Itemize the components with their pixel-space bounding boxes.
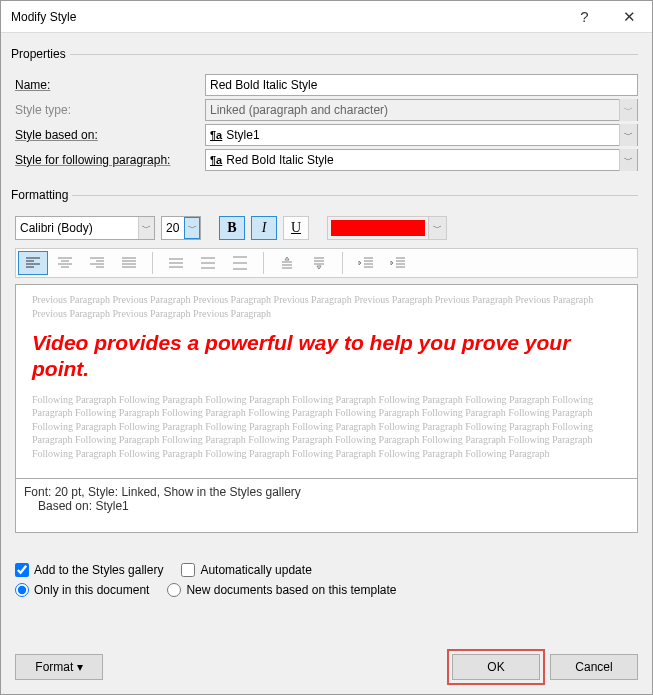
pilcrow-icon: ¶a [210, 154, 222, 166]
bold-button[interactable]: B [219, 216, 245, 240]
properties-legend: Properties [11, 47, 70, 61]
new-docs-label: New documents based on this template [186, 583, 396, 597]
following-combo[interactable]: ¶a Red Bold Italic Style ﹀ [205, 149, 638, 171]
options-area: Add to the Styles gallery Automatically … [15, 557, 638, 603]
style-type-combo: Linked (paragraph and character) ﹀ [205, 99, 638, 121]
based-on-value: Style1 [226, 128, 259, 142]
style-type-value: Linked (paragraph and character) [210, 103, 388, 117]
titlebar: Modify Style ? ✕ [1, 1, 652, 33]
indent-increase-button[interactable] [383, 251, 413, 275]
only-doc-radio[interactable]: Only in this document [15, 583, 149, 597]
align-right-button[interactable] [82, 251, 112, 275]
add-to-gallery-input[interactable] [15, 563, 29, 577]
spacing-2-button[interactable] [225, 251, 255, 275]
cancel-button[interactable]: Cancel [550, 654, 638, 680]
new-docs-radio[interactable]: New documents based on this template [167, 583, 396, 597]
name-label: Name: [15, 78, 205, 92]
font-combo[interactable]: Calibri (Body) ﹀ [15, 216, 155, 240]
chevron-down-icon[interactable]: ﹀ [619, 124, 637, 146]
italic-button[interactable]: I [251, 216, 277, 240]
formatting-group: Formatting Calibri (Body) ﹀ 20 ﹀ B I U ﹀ [15, 188, 638, 533]
pilcrow-icon: ¶a [210, 129, 222, 141]
font-color-picker[interactable]: ﹀ [327, 216, 447, 240]
chevron-down-icon[interactable]: ﹀ [428, 217, 446, 239]
following-value: Red Bold Italic Style [226, 153, 333, 167]
window-title: Modify Style [11, 10, 76, 24]
based-on-label: Style based on: [15, 128, 205, 142]
chevron-down-icon[interactable]: ﹀ [619, 149, 637, 171]
chevron-down-icon[interactable]: ﹀ [184, 217, 200, 239]
indent-decrease-button[interactable] [351, 251, 381, 275]
add-to-gallery-checkbox[interactable]: Add to the Styles gallery [15, 563, 163, 577]
close-button[interactable]: ✕ [607, 1, 652, 33]
size-combo[interactable]: 20 ﹀ [161, 216, 201, 240]
properties-group: Properties Name: Style type: Linked (par… [15, 47, 638, 174]
new-docs-input[interactable] [167, 583, 181, 597]
chevron-down-icon[interactable]: ﹀ [138, 217, 154, 239]
auto-update-label: Automatically update [200, 563, 311, 577]
align-center-button[interactable] [50, 251, 80, 275]
spacing-15-button[interactable] [193, 251, 223, 275]
align-left-button[interactable] [18, 251, 48, 275]
chevron-down-icon: ﹀ [619, 99, 637, 121]
ok-button[interactable]: OK [452, 654, 540, 680]
help-button[interactable]: ? [562, 1, 607, 33]
font-value: Calibri (Body) [20, 221, 93, 235]
only-doc-label: Only in this document [34, 583, 149, 597]
auto-update-checkbox[interactable]: Automatically update [181, 563, 311, 577]
desc-line2: Based on: Style1 [24, 499, 629, 513]
space-before-down-button[interactable] [304, 251, 334, 275]
align-justify-button[interactable] [114, 251, 144, 275]
underline-button[interactable]: U [283, 216, 309, 240]
prev-paragraph-text: Previous Paragraph Previous Paragraph Pr… [32, 293, 621, 320]
only-doc-input[interactable] [15, 583, 29, 597]
based-on-combo[interactable]: ¶a Style1 ﹀ [205, 124, 638, 146]
paragraph-toolbar [15, 248, 638, 278]
add-to-gallery-label: Add to the Styles gallery [34, 563, 163, 577]
style-type-label: Style type: [15, 103, 205, 117]
formatting-legend: Formatting [11, 188, 72, 202]
modify-style-dialog: Modify Style ? ✕ Properties Name: Style … [0, 0, 653, 695]
preview-pane: Previous Paragraph Previous Paragraph Pr… [15, 284, 638, 479]
spacing-1-button[interactable] [161, 251, 191, 275]
size-value: 20 [166, 221, 179, 235]
name-input[interactable] [205, 74, 638, 96]
format-button[interactable]: Format ▾ [15, 654, 103, 680]
auto-update-input[interactable] [181, 563, 195, 577]
color-swatch [331, 220, 425, 236]
following-label: Style for following paragraph: [15, 153, 205, 167]
sample-text: Video provides a powerful way to help yo… [32, 330, 621, 383]
desc-line1: Font: 20 pt, Style: Linked, Show in the … [24, 485, 629, 499]
space-before-up-button[interactable] [272, 251, 302, 275]
style-description: Font: 20 pt, Style: Linked, Show in the … [15, 479, 638, 533]
next-paragraph-text: Following Paragraph Following Paragraph … [32, 393, 621, 461]
